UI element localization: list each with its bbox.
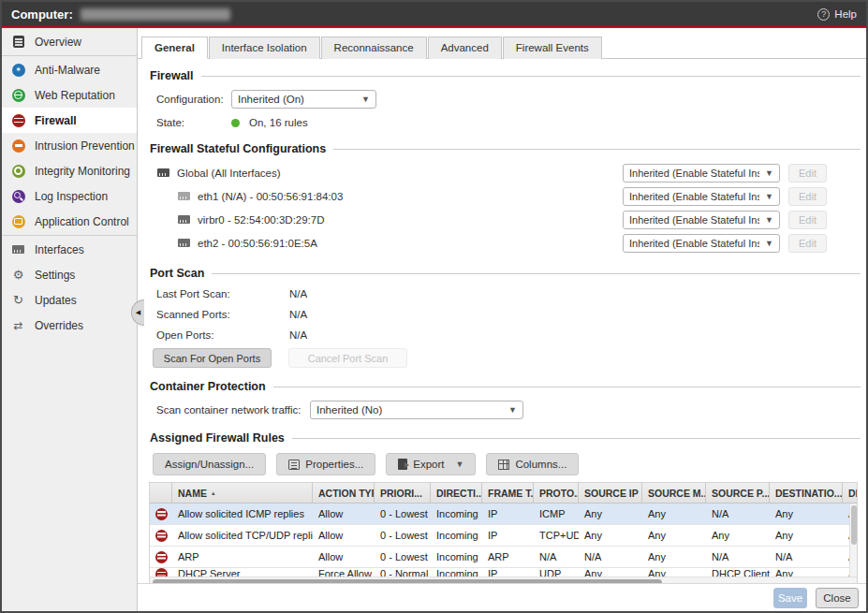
main-content: General Interface Isolation Reconnaissan… (138, 28, 866, 611)
header-frame-type[interactable]: FRAME T... (482, 483, 534, 503)
rules-toolbar: Assign/Unassign... Properties... Export▼… (153, 453, 866, 475)
cell-name: ARP (172, 547, 313, 567)
configuration-label: Configuration: (156, 94, 231, 105)
anti-malware-icon: ✶ (11, 63, 25, 77)
header-direction[interactable]: DIRECTI... (431, 483, 482, 503)
sidebar-item-interfaces[interactable]: Interfaces (2, 237, 137, 262)
sidebar-item-log-inspection[interactable]: Log Inspection (2, 183, 137, 209)
sidebar-item-label: Updates (35, 294, 77, 307)
sidebar-item-label: Interfaces (35, 243, 84, 256)
sort-asc-icon: ▴ (212, 489, 215, 497)
cell-frame-type: ARP (482, 547, 534, 567)
tab-advanced[interactable]: Advanced (428, 36, 502, 59)
header-source-mac[interactable]: SOURCE M... (642, 483, 706, 503)
tab-interface-isolation[interactable]: Interface Isolation (209, 36, 320, 59)
header-destination[interactable]: DESTINATIO... (770, 483, 843, 503)
chevron-down-icon: ▼ (361, 95, 370, 104)
stateful-dropdown-global[interactable]: Inherited (Enable Stateful Inspection)▼ (623, 164, 780, 182)
firewall-configuration-dropdown[interactable]: Inherited (On) ▼ (231, 90, 376, 109)
dropdown-value: Inherited (On) (238, 94, 356, 105)
sidebar-item-label: Integrity Monitoring (35, 165, 130, 178)
edit-button-eth2[interactable]: Edit (788, 234, 827, 253)
assigned-rules-section-title: Assigned Firewall Rules (150, 431, 861, 445)
tab-reconnaissance[interactable]: Reconnaissance (321, 36, 427, 59)
sidebar-item-overview[interactable]: Overview (2, 29, 137, 54)
header-name[interactable]: NAME▴ (172, 483, 313, 503)
sidebar-item-intrusion-prevention[interactable]: Intrusion Prevention (2, 133, 137, 158)
table-vertical-scrollbar[interactable] (849, 504, 857, 577)
overview-icon (11, 35, 25, 49)
sidebar-item-settings[interactable]: ⚙ Settings (2, 262, 137, 287)
open-ports-value: N/A (289, 329, 307, 341)
open-ports-label: Open Ports: (156, 329, 289, 341)
cell-source-port: Any (706, 525, 770, 546)
stateful-row-eth2: eth2 - 00:50:56:91:0E:5A Inherited (Enab… (156, 231, 866, 255)
stateful-row-eth1: eth1 (N/A) - 00:50:56:91:84:03 Inherited… (156, 184, 866, 208)
cell-destination: Any (770, 525, 843, 546)
cancel-port-scan-button[interactable]: Cancel Port Scan (288, 348, 407, 368)
vertical-scrollbar-thumb[interactable] (851, 505, 857, 545)
assign-unassign-button[interactable]: Assign/Unassign... (153, 453, 266, 475)
export-icon (398, 459, 407, 470)
stateful-dropdown-eth2[interactable]: Inherited (Enable Stateful Inspection)▼ (623, 234, 780, 253)
computer-dialog: Computer: ? Help Overview ✶ Anti-Malware (0, 0, 868, 613)
firewall-rule-icon (155, 508, 168, 520)
close-button[interactable]: Close (816, 588, 859, 608)
properties-button[interactable]: Properties... (276, 453, 375, 475)
last-port-scan-value: N/A (289, 288, 307, 299)
rules-table: NAME▴ ACTION TYP... PRIORI... DIRECTI...… (149, 482, 858, 587)
cell-name: Allow solicited TCP/UDP replies (172, 525, 313, 546)
cell-source-mac: Any (642, 504, 706, 524)
sidebar-item-firewall[interactable]: Firewall (2, 108, 137, 133)
sidebar-item-application-control[interactable]: Application Control (2, 209, 137, 234)
sidebar-item-overrides[interactable]: ⇄ Overrides (2, 313, 137, 338)
edit-button-virbr0[interactable]: Edit (788, 211, 827, 229)
cell-priority: 0 - Lowest (375, 547, 431, 567)
export-button[interactable]: Export▼ (386, 453, 476, 475)
table-row[interactable]: Allow solicited TCP/UDP replies Allow 0 … (150, 525, 858, 547)
interface-label: virbr0 - 52:54:00:3D:29:7D (198, 214, 325, 226)
scanned-ports-value: N/A (289, 309, 307, 320)
sidebar-item-label: Intrusion Prevention (35, 139, 135, 153)
stateful-dropdown-eth1[interactable]: Inherited (Enable Stateful Inspection)▼ (623, 187, 780, 206)
scan-for-open-ports-button[interactable]: Scan For Open Ports (153, 348, 272, 368)
tab-general[interactable]: General (141, 36, 208, 59)
sidebar-item-label: Settings (35, 269, 75, 282)
interface-label: eth2 - 00:50:56:91:0E:5A (198, 238, 317, 249)
table-row[interactable]: ARP Allow 0 - Lowest Incoming ARP N/A N/… (150, 547, 858, 568)
cell-action: Allow (313, 547, 375, 567)
stateful-dropdown-virbr0[interactable]: Inherited (Enable Stateful Inspection)▼ (623, 211, 780, 229)
save-button[interactable]: Save (773, 588, 807, 608)
cell-direction: Incoming (431, 504, 482, 524)
chevron-down-icon: ▼ (508, 405, 517, 415)
sidebar-item-web-reputation[interactable]: Web Reputation (2, 82, 137, 108)
sidebar-item-integrity-monitoring[interactable]: Integrity Monitoring (2, 158, 137, 183)
sidebar-item-label: Firewall (35, 114, 77, 127)
cell-action: Allow (313, 504, 375, 524)
header-protocol[interactable]: PROTO... (534, 483, 579, 503)
table-row[interactable]: Allow solicited ICMP replies Allow 0 - L… (150, 504, 858, 525)
cell-protocol: N/A (534, 547, 579, 567)
stateful-section-title: Firewall Stateful Configurations (150, 142, 861, 155)
stateful-row-global: Global (All Interfaces) Inherited (Enabl… (156, 161, 866, 184)
header-source-ip[interactable]: SOURCE IP (579, 483, 642, 503)
header-icon-column (150, 483, 172, 503)
edit-button-eth1[interactable]: Edit (788, 187, 827, 206)
sidebar-item-label: Overrides (35, 319, 83, 332)
container-traffic-dropdown[interactable]: Inherited (No) ▼ (310, 401, 523, 419)
sidebar-item-updates[interactable]: ↻ Updates (2, 287, 137, 313)
scanned-ports-label: Scanned Ports: (156, 309, 289, 320)
help-link[interactable]: ? Help (817, 8, 857, 21)
columns-button[interactable]: Columns... (486, 453, 579, 475)
header-destination-2[interactable]: DE (843, 483, 858, 503)
stateful-row-virbr0: virbr0 - 52:54:00:3D:29:7D Inherited (En… (156, 208, 866, 231)
title-bar: Computer: ? Help (2, 2, 866, 26)
cell-destination: N/A (770, 547, 843, 567)
tab-firewall-events[interactable]: Firewall Events (503, 36, 602, 59)
header-priority[interactable]: PRIORI... (375, 483, 431, 503)
edit-button-global[interactable]: Edit (788, 164, 827, 182)
header-source-port[interactable]: SOURCE P... (706, 483, 770, 503)
columns-icon (498, 460, 509, 470)
sidebar-item-anti-malware[interactable]: ✶ Anti-Malware (2, 57, 137, 82)
header-action-type[interactable]: ACTION TYP... (313, 483, 375, 503)
